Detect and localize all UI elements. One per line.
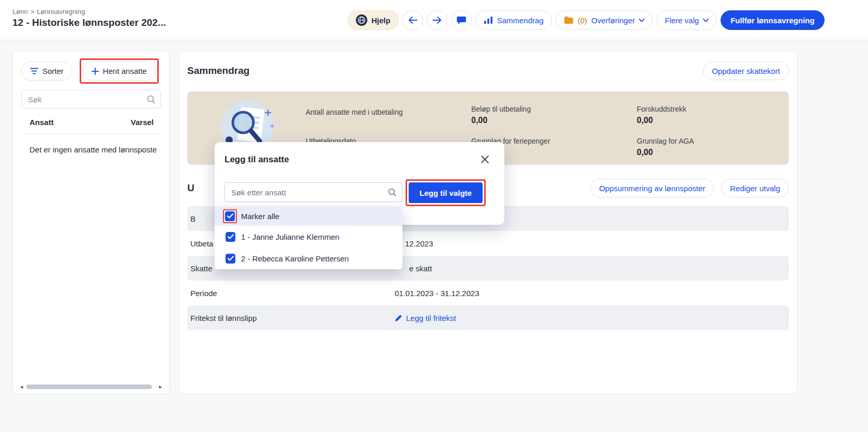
- empty-employees-message: Det er ingen ansatte med lønnsposte: [21, 145, 161, 154]
- scroll-left-icon[interactable]: ◂: [20, 384, 23, 390]
- column-employee: Ansatt: [29, 118, 54, 127]
- option-label: Marker alle: [241, 212, 279, 221]
- sort-button[interactable]: Sorter: [21, 61, 72, 81]
- employee-dropdown-list: Marker alle 1 - Janne Julianne Klemmen 2…: [215, 206, 402, 269]
- stat-label: Beløp til utbetaling: [471, 105, 531, 113]
- stat-label: Antall ansatte med i utbetaling: [306, 108, 403, 116]
- complete-payroll-label: Fullfør lønnsavregning: [730, 16, 815, 25]
- detail-row-value: 01.01.2023 - 31.12.2023: [395, 289, 479, 298]
- folder-icon: [564, 16, 574, 24]
- breadcrumb: Lønn > Lønnsavregning: [12, 8, 85, 16]
- chevron-down-icon: [703, 19, 709, 22]
- globe-icon: [356, 14, 367, 26]
- complete-payroll-button[interactable]: Fullfør lønnsavregning: [721, 10, 825, 30]
- summary-title: Sammendrag: [187, 65, 249, 76]
- comments-button[interactable]: [451, 10, 472, 30]
- pencil-icon: [395, 314, 402, 322]
- bar-chart-icon: [484, 16, 493, 24]
- select-all-checkbox[interactable]: [225, 211, 235, 221]
- payroll-page: Lønn > Lønnsavregning 12 - Historiske lø…: [0, 0, 868, 432]
- column-alert: Varsel: [131, 118, 154, 127]
- filter-icon: [30, 68, 38, 74]
- stat-label: Forskuddstrekk: [637, 105, 686, 113]
- annotation-legg-til-valgte: Legg til valgte: [406, 179, 486, 206]
- scrollbar-thumb[interactable]: [26, 384, 152, 389]
- option-employee[interactable]: 1 - Janne Julianne Klemmen: [215, 226, 402, 248]
- forward-button[interactable]: [427, 10, 447, 30]
- plus-icon: [92, 68, 99, 75]
- help-button[interactable]: Hjelp: [348, 10, 399, 30]
- more-options-label: Flere valg: [665, 16, 699, 25]
- stat-employee-count: Antall ansatte med i utbetaling: [306, 108, 403, 119]
- payroll-posts-summary-button[interactable]: Oppsummering av lønnsposter: [590, 179, 714, 197]
- employee-checkbox[interactable]: [226, 254, 235, 264]
- search-icon: [146, 95, 156, 104]
- scroll-right-icon[interactable]: ▸: [159, 384, 162, 390]
- stat-withholding-tax: Forskuddstrekk 0,00: [637, 105, 686, 125]
- transfers-button[interactable]: (0) Overføringer: [556, 10, 653, 30]
- detail-row: Fritekst til lønnslipp Legg til fritekst: [187, 305, 789, 330]
- stat-payout-amount: Beløp til utbetaling 0,00: [471, 105, 531, 125]
- edit-selection-button[interactable]: Rediger utvalg: [721, 179, 789, 197]
- details-section-title: U: [187, 182, 194, 194]
- option-select-all[interactable]: Marker alle: [215, 206, 402, 226]
- employee-table-header: Ansatt Varsel: [21, 118, 161, 134]
- add-selected-button[interactable]: Legg til valgte: [409, 182, 483, 203]
- detail-row: Periode 01.01.2023 - 31.12.2023: [187, 281, 789, 305]
- close-icon[interactable]: [481, 156, 489, 163]
- modal-employee-search-input[interactable]: [225, 182, 402, 202]
- transfers-count: (0): [578, 16, 587, 25]
- arrow-left-icon: [408, 17, 417, 24]
- annotation-hent-ansatte: Hent ansatte: [80, 58, 159, 84]
- chat-bubble-icon: [456, 16, 467, 25]
- breadcrumb-separator: >: [31, 8, 35, 16]
- summary-button[interactable]: Sammendrag: [475, 10, 552, 30]
- add-free-text-link[interactable]: Legg til fritekst: [395, 314, 456, 322]
- sort-label: Sorter: [42, 67, 64, 75]
- detail-row-label: Periode: [190, 289, 395, 298]
- breadcrumb-lonnsavregning[interactable]: Lønnsavregning: [37, 8, 85, 16]
- transfers-label: Overføringer: [591, 16, 635, 25]
- update-taxcard-button[interactable]: Oppdater skattekort: [703, 61, 789, 80]
- employee-sidebar: Sorter Hent ansatte Ansatt Varsel Det er: [12, 51, 170, 394]
- modal-title: Legg til ansatte: [225, 155, 289, 165]
- scrollbar-track[interactable]: [26, 384, 156, 389]
- fetch-employees-button[interactable]: Hent ansatte: [83, 61, 156, 81]
- stat-value: 0,00: [471, 116, 531, 125]
- stat-value: 0,00: [637, 148, 694, 157]
- stat-label: Grunnlag for AGA: [637, 137, 694, 145]
- back-button[interactable]: [402, 10, 423, 30]
- add-free-text-label: Legg til fritekst: [406, 314, 456, 322]
- breadcrumb-lonn[interactable]: Lønn: [12, 8, 28, 16]
- detail-row-label: Fritekst til lønnslipp: [190, 314, 395, 322]
- help-label: Hjelp: [371, 16, 391, 25]
- search-icon: [387, 188, 397, 197]
- arrow-right-icon: [432, 17, 442, 24]
- option-label: 2 - Rebecca Karoline Pettersen: [241, 254, 349, 263]
- employee-checkbox[interactable]: [226, 232, 235, 242]
- topbar-actions: Hjelp Sammendrag: [348, 10, 825, 30]
- top-bar: Lønn > Lønnsavregning 12 - Historiske lø…: [0, 0, 868, 40]
- stat-value: 0,00: [637, 116, 686, 125]
- chevron-down-icon: [639, 19, 645, 22]
- annotation-select-all-checkbox: [223, 209, 237, 223]
- horizontal-scrollbar[interactable]: ◂ ▸: [20, 384, 162, 390]
- stat-aga-basis: Grunnlag for AGA 0,00: [637, 137, 694, 157]
- employee-search-input[interactable]: [21, 90, 161, 109]
- option-label: 1 - Janne Julianne Klemmen: [241, 233, 339, 241]
- option-employee[interactable]: 2 - Rebecca Karoline Pettersen: [215, 248, 402, 269]
- page-title: 12 - Historiske lønnsposter 202...: [12, 17, 166, 28]
- summary-label: Sammendrag: [497, 16, 544, 25]
- more-options-button[interactable]: Flere valg: [656, 10, 717, 30]
- fetch-employees-label: Hent ansatte: [103, 67, 147, 75]
